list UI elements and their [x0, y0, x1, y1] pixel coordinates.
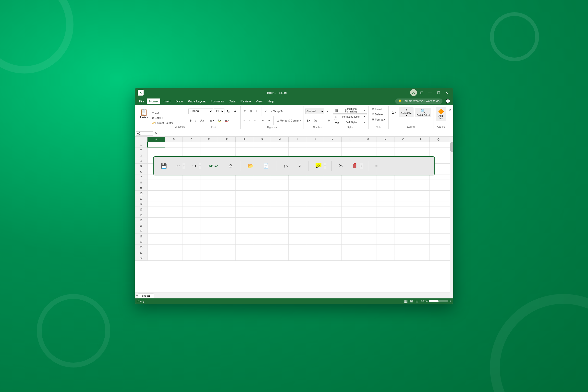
cell-Q16[interactable] [430, 223, 447, 228]
cell-M19[interactable] [359, 239, 377, 244]
cell-E10[interactable] [218, 190, 236, 196]
cell-D21[interactable] [200, 250, 218, 255]
qat-sort-asc-button[interactable]: ↑ A [281, 162, 290, 170]
cell-A14[interactable] [148, 212, 165, 217]
cell-F13[interactable] [236, 207, 253, 212]
cell-I20[interactable] [288, 244, 306, 250]
cut-button[interactable]: ✂ Cut [150, 110, 175, 115]
cell-I19[interactable] [288, 239, 306, 244]
row-number[interactable]: 6 [135, 169, 148, 174]
cell-K15[interactable] [324, 218, 342, 223]
number-format-selector[interactable]: General [305, 108, 324, 114]
cell-K20[interactable] [324, 244, 342, 250]
cell-N2[interactable] [377, 148, 394, 153]
menu-file[interactable]: File [137, 98, 147, 104]
cell-B13[interactable] [165, 207, 183, 212]
cell-K9[interactable] [324, 185, 342, 190]
cell-A21[interactable] [148, 250, 165, 255]
cell-E14[interactable] [218, 212, 236, 217]
cell-L14[interactable] [342, 212, 359, 217]
qat-highlight-dropdown[interactable]: ▾ [324, 163, 326, 169]
cell-N1[interactable] [377, 142, 394, 147]
cell-A2[interactable] [148, 148, 165, 153]
bold-button[interactable]: B [188, 118, 193, 123]
cell-E22[interactable] [218, 255, 236, 260]
cell-K8[interactable] [324, 180, 342, 185]
cell-H16[interactable] [271, 223, 288, 228]
cell-A15[interactable] [148, 218, 165, 223]
cell-D15[interactable] [200, 218, 218, 223]
row-number[interactable]: 13 [135, 207, 148, 212]
cell-L18[interactable] [342, 234, 359, 239]
cell-M2[interactable] [359, 148, 377, 153]
cell-P18[interactable] [412, 234, 430, 239]
cell-H22[interactable] [271, 255, 288, 260]
row-number[interactable]: 16 [135, 223, 148, 228]
col-header-F[interactable]: F [236, 137, 253, 142]
col-header-I[interactable]: I [288, 137, 306, 142]
cell-J16[interactable] [306, 223, 324, 228]
cell-F14[interactable] [236, 212, 253, 217]
cell-E13[interactable] [218, 207, 236, 212]
font-size-selector[interactable]: 11 [214, 108, 224, 114]
cell-F10[interactable] [236, 190, 253, 196]
cell-I18[interactable] [288, 234, 306, 239]
cell-G21[interactable] [253, 250, 271, 255]
cell-G18[interactable] [253, 234, 271, 239]
cell-L21[interactable] [342, 250, 359, 255]
cell-H1[interactable] [271, 142, 288, 147]
cell-I12[interactable] [288, 202, 306, 206]
col-header-A[interactable]: A [148, 137, 165, 142]
cell-E11[interactable] [218, 196, 236, 201]
cell-C21[interactable] [183, 250, 200, 255]
col-header-D[interactable]: D [200, 137, 218, 142]
fill-color-button[interactable]: A ▾ [216, 118, 223, 123]
cell-E18[interactable] [218, 234, 236, 239]
cell-N20[interactable] [377, 244, 394, 250]
qat-save-button[interactable]: 💾 [158, 161, 169, 170]
cell-A10[interactable] [148, 190, 165, 196]
qat-new-doc-button[interactable]: 📄 [261, 161, 271, 170]
col-header-L[interactable]: L [342, 137, 359, 142]
cell-O17[interactable] [394, 228, 412, 234]
delete-cells-button[interactable]: ⊖ Delete ▾ [370, 112, 386, 116]
cell-F8[interactable] [236, 180, 253, 185]
tell-me-button[interactable]: 💡 Tell me what you want to do [395, 98, 442, 104]
menu-insert[interactable]: Insert [160, 98, 173, 104]
cell-D20[interactable] [200, 244, 218, 250]
cell-Q1[interactable] [430, 142, 447, 147]
cell-M21[interactable] [359, 250, 377, 255]
page-layout-view-button[interactable]: ⊞ [410, 299, 413, 303]
cell-O16[interactable] [394, 223, 412, 228]
cell-P14[interactable] [412, 212, 430, 217]
menu-page-layout[interactable]: Page Layout [186, 98, 208, 104]
col-header-C[interactable]: C [183, 137, 200, 142]
cell-O1[interactable] [394, 142, 412, 147]
cell-O11[interactable] [394, 196, 412, 201]
cell-B15[interactable] [165, 218, 183, 223]
cell-F1[interactable] [236, 142, 253, 147]
cell-O9[interactable] [394, 185, 412, 190]
cell-C13[interactable] [183, 207, 200, 212]
cell-C19[interactable] [183, 239, 200, 244]
row-number[interactable]: 4 [135, 158, 148, 164]
cell-C17[interactable] [183, 228, 200, 234]
cell-J13[interactable] [306, 207, 324, 212]
cell-A18[interactable] [148, 234, 165, 239]
cell-M12[interactable] [359, 202, 377, 206]
currency-button[interactable]: $▾ [305, 118, 312, 123]
cell-B16[interactable] [165, 223, 183, 228]
cell-M16[interactable] [359, 223, 377, 228]
cell-L9[interactable] [342, 185, 359, 190]
cell-F16[interactable] [236, 223, 253, 228]
cell-P15[interactable] [412, 218, 430, 223]
row-number[interactable]: 22 [135, 255, 148, 260]
cell-J18[interactable] [306, 234, 324, 239]
qat-paste-button[interactable] [350, 161, 360, 171]
cell-G12[interactable] [253, 202, 271, 206]
align-left-button[interactable]: ≡ [242, 118, 246, 123]
cell-C16[interactable] [183, 223, 200, 228]
cell-B8[interactable] [165, 180, 183, 185]
col-header-H[interactable]: H [271, 137, 288, 142]
cell-L1[interactable] [342, 142, 359, 147]
